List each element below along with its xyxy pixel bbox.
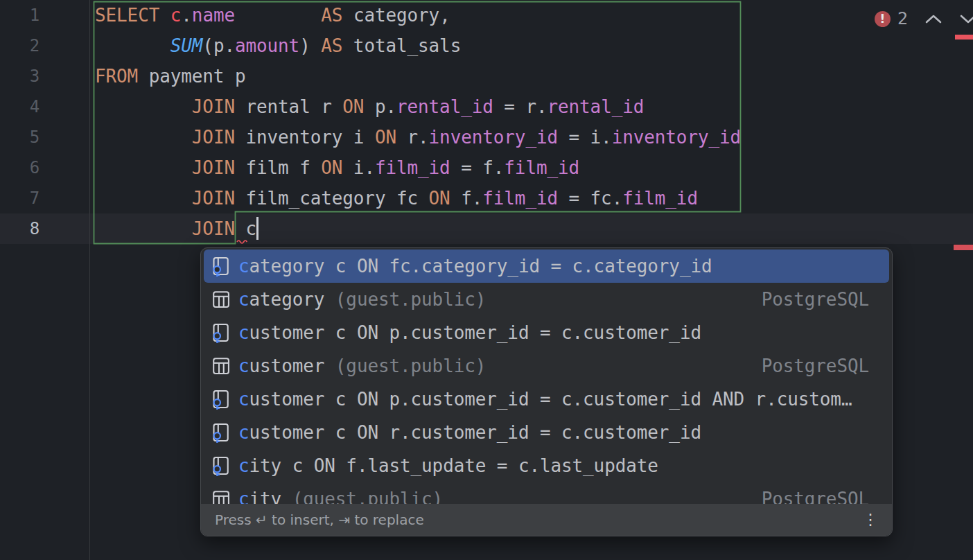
completion-item-label: city c ON f.last_update = c.last_update: [238, 455, 658, 476]
completion-item[interactable]: customer c ON r.customer_id = c.customer…: [201, 416, 892, 449]
line-number: 1: [0, 0, 40, 30]
code-line: SUM(p.amount) AS total_sals: [95, 30, 741, 61]
code-line: JOIN film_category fc ON f.film_id = fc.…: [95, 183, 741, 213]
chevron-up-icon[interactable]: [924, 13, 943, 24]
completion-item-label: customer (guest.public): [238, 356, 486, 376]
completion-item[interactable]: customer c ON p.customer_id = c.customer…: [201, 383, 892, 416]
completion-item-label: category (guest.public): [238, 289, 486, 310]
join-suggestion-icon: [211, 389, 231, 410]
line-number: 6: [0, 152, 40, 183]
chevron-down-icon[interactable]: [959, 13, 973, 24]
scrollbar-error-mark[interactable]: [954, 245, 973, 250]
editor-gutter: 12345678: [0, 0, 40, 244]
code-line: FROM payment p: [95, 61, 741, 91]
line-number: 8: [0, 213, 40, 244]
code-area[interactable]: SELECT c.name AS category, SUM(p.amount)…: [95, 0, 741, 244]
error-squiggle: [236, 238, 250, 244]
table-icon: [211, 356, 231, 376]
join-suggestion-icon: [211, 422, 231, 443]
code-line: JOIN inventory i ON r.inventory_id = i.i…: [95, 122, 741, 152]
completion-footer: Press ↵ to insert, ⇥ to replace ⋮: [201, 504, 892, 536]
join-suggestion-icon: [211, 256, 231, 277]
text-caret: [256, 217, 258, 240]
code-line: JOIN c: [95, 213, 741, 244]
line-number: 7: [0, 183, 40, 213]
join-suggestion-icon: [211, 322, 231, 343]
completion-item-origin: PostgreSQL: [762, 289, 869, 310]
join-suggestion-icon: [211, 455, 231, 476]
code-line: JOIN rental r ON p.rental_id = r.rental_…: [95, 91, 741, 122]
error-count: 2: [897, 9, 908, 28]
footer-hint: Press ↵ to insert, ⇥ to replace: [215, 511, 424, 528]
line-number: 3: [0, 61, 40, 91]
table-icon: [211, 289, 231, 310]
code-line: JOIN film f ON i.film_id = f.film_id: [95, 152, 741, 183]
completion-item-label: customer c ON p.customer_id = c.customer…: [238, 322, 701, 343]
code-line: SELECT c.name AS category,: [95, 0, 741, 30]
completion-item-label: customer c ON p.customer_id = c.customer…: [238, 389, 852, 410]
completion-item-label: category c ON fc.category_id = c.categor…: [238, 256, 712, 277]
line-number: 2: [0, 30, 40, 61]
completion-item[interactable]: customer c ON p.customer_id = c.customer…: [201, 316, 892, 349]
error-circle-icon[interactable]: !: [875, 11, 891, 27]
sql-editor-window: 12345678 SELECT c.name AS category, SUM(…: [0, 0, 973, 560]
gutter-separator: [89, 0, 90, 560]
line-number: 4: [0, 91, 40, 122]
completion-item[interactable]: customer (guest.public)PostgreSQL: [201, 349, 892, 383]
completion-list: category c ON fc.category_id = c.categor…: [201, 250, 892, 516]
inspections-widget[interactable]: ! 2: [875, 8, 973, 29]
completion-item[interactable]: city c ON f.last_update = c.last_update: [201, 449, 892, 482]
completion-item-origin: PostgreSQL: [762, 356, 869, 376]
completion-item-label: customer c ON r.customer_id = c.customer…: [238, 422, 701, 443]
completion-item[interactable]: category c ON fc.category_id = c.categor…: [204, 250, 889, 283]
line-number: 5: [0, 122, 40, 152]
completion-popup: category c ON fc.category_id = c.categor…: [200, 247, 893, 536]
scrollbar-error-mark[interactable]: [955, 35, 973, 40]
kebab-menu-icon[interactable]: ⋮: [863, 512, 878, 527]
completion-item[interactable]: category (guest.public)PostgreSQL: [201, 283, 892, 316]
